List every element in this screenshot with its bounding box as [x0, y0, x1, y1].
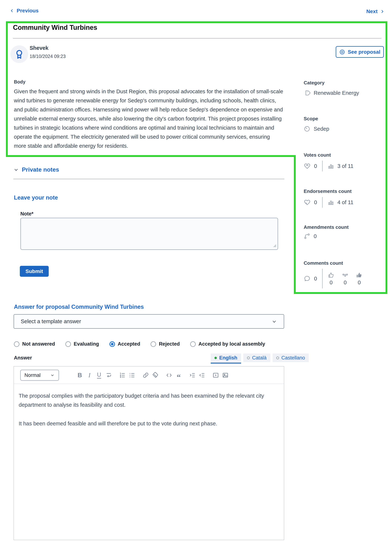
lang-tab-label: Català — [252, 355, 267, 361]
submit-note-label: Submit — [26, 268, 43, 274]
soft-break-icon[interactable] — [104, 369, 114, 381]
answer-label: Answer — [14, 355, 32, 361]
git-branch-icon — [304, 233, 310, 239]
heart-icon — [304, 163, 311, 170]
scope-icon — [304, 125, 310, 132]
page-title: Community Wind Turbines — [13, 24, 97, 31]
format-select[interactable]: Normal — [20, 370, 59, 381]
radio-rejected[interactable]: Rejected — [151, 341, 180, 347]
private-notes-title: Private notes — [22, 166, 59, 173]
amendments-count-label: Amendments count — [304, 224, 349, 230]
lang-tab-castellano[interactable]: Castellano — [273, 354, 309, 362]
radio-circle — [151, 341, 156, 347]
untranslated-dot-icon — [247, 356, 250, 359]
endorsements-count-row: 0 4 of 11 — [304, 197, 353, 208]
lang-tab-english[interactable]: English — [211, 354, 241, 362]
comments-against-group: 0 — [356, 272, 363, 286]
note-label: Note* — [20, 211, 34, 217]
category-label: Category — [304, 80, 325, 86]
private-notes-divider — [13, 179, 284, 179]
editor-paragraph: The proposal complies with the participa… — [19, 391, 279, 410]
radio-not-answered[interactable]: Not answered — [14, 341, 55, 347]
next-label: Next — [366, 8, 378, 14]
thumb-up-icon — [328, 272, 334, 278]
chevron-down-icon — [13, 167, 19, 172]
editor-content[interactable]: The proposal complies with the participa… — [14, 384, 284, 532]
leave-note-heading: Leave your note — [14, 194, 58, 201]
lang-tab-catala[interactable]: Català — [243, 354, 270, 362]
proposal-admin-page: Previous Next Community Wind Turbines Sh… — [0, 0, 392, 547]
comments-count-row: 0 0 0 0 — [304, 269, 363, 288]
ordered-list-icon[interactable] — [117, 369, 127, 381]
category-value: Renewable Energy — [314, 90, 359, 96]
radio-accepted-local-assembly[interactable]: Accepted by local assembly — [190, 341, 265, 347]
format-select-value: Normal — [24, 372, 41, 378]
indent-icon[interactable] — [188, 369, 197, 381]
radio-label: Rejected — [159, 341, 180, 347]
radio-circle-selected — [110, 341, 115, 347]
radio-circle — [65, 341, 71, 347]
image-icon[interactable] — [220, 369, 230, 381]
comments-divider — [322, 269, 323, 288]
endorsements-count-label: Endorsements count — [304, 188, 352, 194]
lang-tab-label: English — [219, 355, 237, 361]
answer-heading: Answer for proposal Community Wind Turbi… — [14, 304, 144, 310]
author-date: 18/10/2024 09:23 — [30, 54, 66, 59]
note-textarea[interactable] — [20, 218, 278, 250]
bar-chart-icon — [328, 199, 334, 205]
amendments-count-value: 0 — [314, 233, 317, 239]
bullet-list-icon[interactable] — [127, 369, 137, 381]
comments-favor-group: 0 — [328, 272, 334, 286]
body-label: Body — [14, 79, 26, 85]
chevron-left-icon — [10, 8, 14, 13]
link-icon[interactable] — [141, 369, 151, 381]
answer-status-group: Not answered Evaluating Accepted Rejecte… — [14, 341, 265, 347]
proposal-body: Given the frequent and strong winds in t… — [14, 87, 283, 150]
bold-icon[interactable]: B — [75, 369, 85, 381]
video-icon[interactable] — [211, 369, 220, 381]
radio-circle — [14, 341, 20, 347]
avatar — [10, 45, 28, 63]
heart-plus-icon — [304, 199, 311, 206]
italic-icon[interactable]: I — [85, 369, 94, 381]
endorsements-ranking: 4 of 11 — [337, 199, 353, 205]
editor-toolbar: Normal B I U — [14, 367, 284, 384]
radio-label: Accepted — [118, 341, 140, 347]
blockquote-icon[interactable]: “ — [174, 369, 184, 381]
scope-value: Sedep — [314, 126, 329, 132]
lang-tab-label: Castellano — [282, 355, 305, 361]
see-proposal-button[interactable]: See proposal — [336, 46, 384, 58]
comments-neutral-group: 0 — [342, 272, 349, 286]
language-tabs: English Català Castellano — [211, 354, 309, 362]
comment-bubble-icon — [304, 275, 311, 282]
radio-accepted[interactable]: Accepted — [110, 341, 140, 347]
votes-divider — [322, 161, 323, 171]
radio-label: Accepted by local assembly — [199, 341, 265, 347]
comments-count-value: 0 — [314, 276, 317, 282]
thumb-up-filled-icon — [356, 272, 363, 278]
next-link[interactable]: Next — [366, 8, 385, 14]
private-notes-toggle[interactable]: Private notes — [13, 166, 59, 173]
editor-paragraph: It has been deemed feasible and will the… — [19, 419, 279, 428]
radio-evaluating[interactable]: Evaluating — [65, 341, 99, 347]
previous-link[interactable]: Previous — [10, 8, 39, 14]
votes-count-row: 0 3 of 11 — [304, 161, 353, 171]
see-proposal-label: See proposal — [348, 49, 380, 55]
author-name: Shevek — [30, 45, 48, 51]
submit-note-button[interactable]: Submit — [20, 266, 49, 277]
underline-icon[interactable]: U — [94, 369, 104, 381]
comments-favor-count: 0 — [330, 280, 333, 286]
votes-count-value: 0 — [314, 163, 317, 169]
eraser-icon[interactable] — [151, 369, 160, 381]
template-answer-select[interactable]: Select a template answer — [14, 314, 284, 329]
bar-chart-icon — [328, 163, 334, 169]
scope-value-row: Sedep — [304, 125, 329, 132]
answer-editor: Normal B I U — [14, 366, 284, 540]
radio-circle — [190, 341, 196, 347]
endorsements-count-value: 0 — [314, 199, 317, 205]
previous-label: Previous — [17, 8, 39, 14]
translated-dot-icon — [214, 357, 217, 359]
code-icon[interactable] — [164, 369, 174, 381]
outdent-icon[interactable] — [197, 369, 207, 381]
eye-icon — [339, 49, 345, 55]
